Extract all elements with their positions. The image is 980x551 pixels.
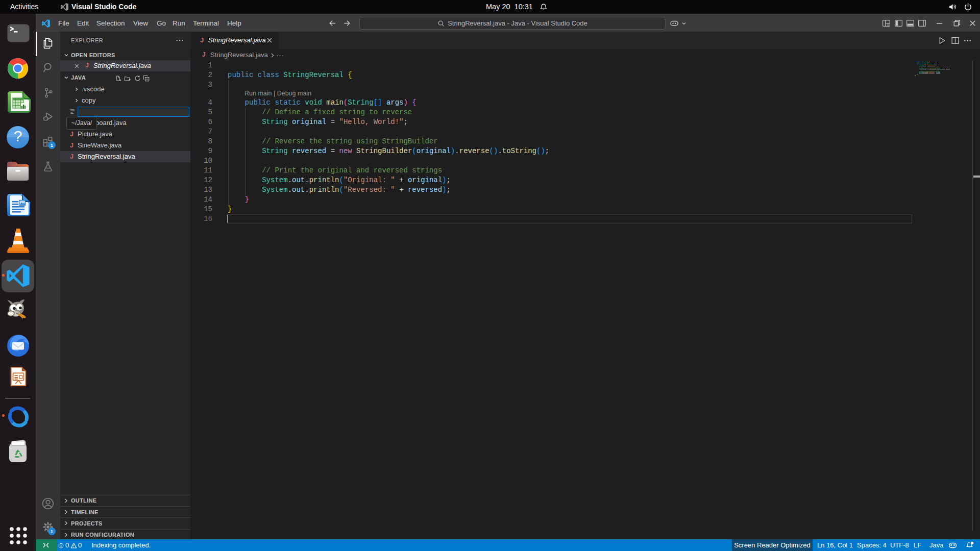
- svg-text:?: ?: [14, 128, 22, 144]
